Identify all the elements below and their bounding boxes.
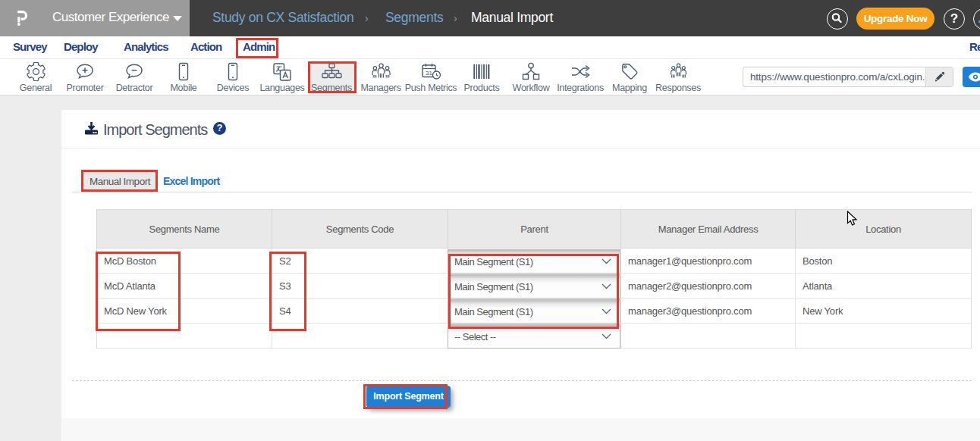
svg-text:31: 31 [426,70,432,77]
